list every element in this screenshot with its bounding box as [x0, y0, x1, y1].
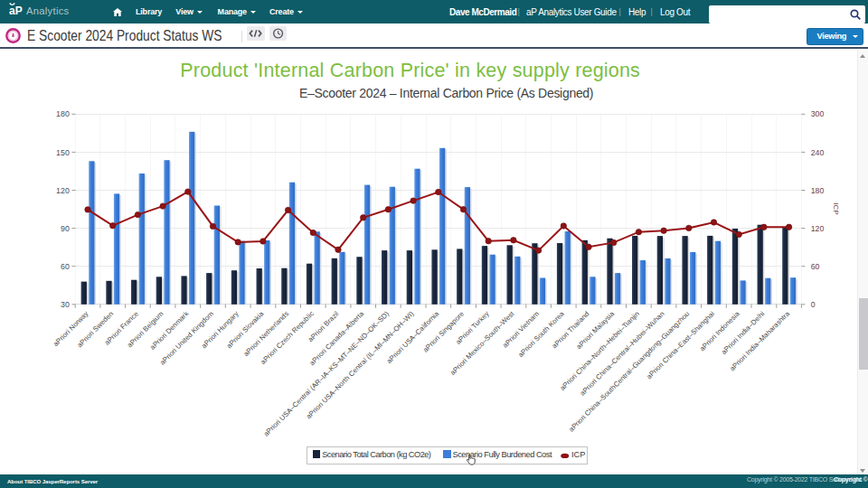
svg-text:0: 0 — [811, 300, 816, 309]
svg-text:aPriori Netherlands: aPriori Netherlands — [242, 310, 291, 359]
svg-text:120: 120 — [56, 186, 70, 195]
svg-text:180: 180 — [56, 109, 70, 118]
svg-text:60: 60 — [811, 262, 820, 271]
svg-text:240: 240 — [811, 148, 825, 157]
svg-text:aPriori South Korea: aPriori South Korea — [516, 309, 566, 359]
svg-text:aPriori China–SouthCentral–Gua: aPriori China–SouthCentral–Guangdong–Gua… — [567, 310, 691, 434]
svg-text:300: 300 — [811, 109, 825, 118]
svg-text:aPriori India–Delhi: aPriori India–Delhi — [720, 309, 767, 356]
svg-text:180: 180 — [811, 186, 825, 195]
svg-text:90: 90 — [61, 224, 70, 233]
svg-text:30: 30 — [61, 300, 70, 309]
svg-text:ICP: ICP — [832, 202, 840, 214]
svg-text:60: 60 — [61, 262, 70, 271]
svg-text:120: 120 — [811, 224, 825, 233]
svg-text:150: 150 — [56, 148, 70, 157]
